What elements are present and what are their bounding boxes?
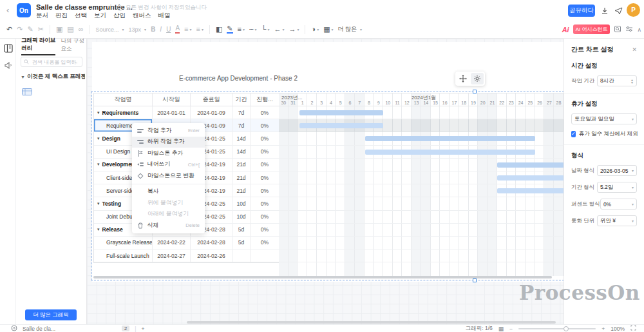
theme-icon[interactable]: ◑▾ [311,26,319,33]
zoom-in-button[interactable]: + [601,326,605,332]
gantt-bar[interactable] [365,136,535,141]
cut-icon[interactable]: ✂ [38,26,44,33]
task-cell[interactable]: 5d [232,224,251,236]
gantt-bar[interactable] [497,162,564,168]
row-expand-icon[interactable]: ▾ [97,136,100,141]
task-cell[interactable]: 10d [232,197,251,210]
undo-icon[interactable]: ↶ [6,26,12,33]
zoom-out-button[interactable]: − [509,326,513,332]
search-input[interactable] [31,59,79,66]
task-cell[interactable]: 0% [251,184,279,197]
task-cell[interactable] [251,249,279,262]
minimap-icon[interactable]: ▦ [498,326,504,332]
task-cell[interactable]: 0% [251,211,279,223]
menu-copy[interactable]: 복사 [132,186,205,198]
task-cell[interactable]: 2024-01-01 [153,106,191,119]
tune-icon[interactable] [625,24,633,35]
row-expand-icon[interactable]: ▾ [97,110,100,115]
task-cell[interactable]: 0% [251,171,279,184]
checkbox-checked[interactable]: ✓ [571,131,576,137]
task-cell[interactable]: 2024-02-27 [153,249,191,262]
field-select[interactable]: 0%▾ [600,199,637,210]
menu-add-milestone[interactable]: 마일스톤 추가 [132,148,205,159]
add-page-button[interactable]: + [141,326,144,332]
fill-color-icon[interactable]: ◧ [216,26,222,33]
gantt-bar[interactable] [497,188,564,193]
table-row[interactable]: Grayscale Release2024-02-222024-02-285d0… [94,237,279,249]
task-cell[interactable]: 0% [251,237,279,249]
menu-delete[interactable]: 삭제Delete [132,220,205,231]
field-select[interactable]: 5.2일▾ [597,182,637,193]
selection-handle-bottom[interactable] [473,278,477,282]
task-cell[interactable]: 0% [251,106,279,119]
tab-my-components[interactable]: 나의 구성요소 [61,37,87,55]
zoom-slider-knob[interactable] [564,326,569,331]
line-style-icon[interactable]: ┄▾ [249,26,257,33]
shape-thumbnail[interactable] [22,86,32,98]
bold-icon[interactable]: B [151,26,155,33]
image-icon[interactable]: ▤ [67,26,73,33]
menu-item-5[interactable]: 캔버스 [133,12,151,20]
canvas-horizontal-scrollbar[interactable] [187,321,556,324]
gantt-bar[interactable] [299,123,383,128]
underline-icon[interactable]: U [166,26,171,33]
ai-assistant-badge[interactable]: AI 어시스턴트 [573,24,611,34]
menu-item-1[interactable]: 편집 [55,12,68,20]
line-width-icon[interactable]: ≡▾ [238,26,245,33]
table-row[interactable]: ▾Requirements2024-01-012024-01-097d0% [94,106,279,119]
task-cell[interactable]: 0% [251,132,279,144]
size-select[interactable]: 13px▾ [129,26,147,33]
avatar[interactable]: P [627,3,640,17]
shape-section-header[interactable]: ▼ 이것은 제 텍스트 프레젠테... [21,73,85,81]
task-name-cell[interactable]: ▾Requirements [94,106,153,119]
task-cell[interactable]: 21d [232,159,251,171]
line-color-icon[interactable]: ✎ [227,25,232,34]
library-panel-icon[interactable] [4,44,13,55]
link-icon[interactable]: ∞ [79,26,84,33]
preview-icon[interactable] [614,24,621,35]
menu-add-subtask[interactable]: 하위 작업 추가 [132,137,205,148]
task-cell[interactable]: 0% [251,146,279,158]
gantt-horizontal-scrollbar[interactable] [93,276,552,278]
row-expand-icon[interactable]: ▾ [97,227,100,232]
megaphone-icon[interactable] [4,61,13,72]
align-icon[interactable]: ≡▾ [196,26,203,33]
connector-icon[interactable]: └▾ [261,26,270,33]
sidebar-search[interactable] [21,57,82,67]
list-icon[interactable]: ≡▾ [184,26,191,33]
font-color-icon[interactable]: A [175,25,180,34]
menu-paste-above[interactable]: 위에 붙여넣기 [132,197,205,209]
redo-icon[interactable]: ↷ [17,26,23,33]
row-expand-icon[interactable]: ▾ [97,201,100,206]
task-name-cell[interactable]: Grayscale Release [94,237,153,249]
task-cell[interactable]: 0% [251,224,279,236]
gantt-bar[interactable] [365,150,535,155]
format-painter-icon[interactable]: ✎ [27,26,33,33]
task-cell[interactable]: 2024-02-26 [191,249,232,262]
task-cell[interactable]: 0% [251,119,279,132]
layout-icon[interactable]: ▦▾ [323,26,333,33]
task-name-cell[interactable]: Full-scale Launch [94,249,153,262]
gantt-bar[interactable] [497,175,564,181]
favorite-star-icon[interactable]: ☆ [108,3,114,11]
menu-paste-below[interactable]: 아래에 붙여넣기 [132,209,205,220]
settings-button[interactable] [471,73,484,84]
task-cell[interactable] [232,249,251,262]
task-cell[interactable]: 7d [232,106,251,119]
task-cell[interactable]: 7d [232,119,251,132]
task-cell[interactable]: 0% [251,159,279,171]
gantt-bar[interactable] [299,110,383,115]
menu-item-3[interactable]: 보기 [94,12,106,20]
task-cell[interactable]: 21d [232,171,251,184]
menu-add-task[interactable]: 작업 추가Enter [132,125,205,137]
frame-icon[interactable]: ▣ [56,26,62,33]
menu-item-4[interactable]: 삽입 [113,12,126,20]
row-expand-icon[interactable]: ▾ [97,162,100,167]
ai-logo-icon[interactable]: Ai [562,26,569,34]
menu-item-6[interactable]: 배열 [158,12,171,20]
back-icon[interactable]: ‹ [6,5,9,15]
task-cell[interactable]: 2024-01-09 [191,106,232,119]
app-logo[interactable]: On [17,3,31,17]
close-icon[interactable]: ✕ [632,46,637,53]
more-menu[interactable]: 더 많은▾ [338,25,363,34]
